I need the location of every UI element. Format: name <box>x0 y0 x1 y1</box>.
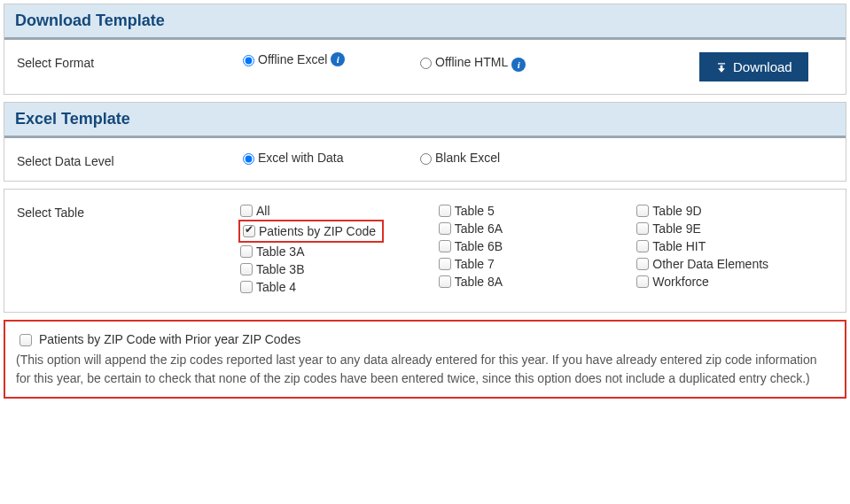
data-level-blank-excel-label: Blank Excel <box>435 151 500 165</box>
table-checkbox-item[interactable]: Workforce <box>635 273 833 291</box>
table-checkbox[interactable] <box>439 275 451 288</box>
table-checkbox[interactable] <box>243 225 255 237</box>
table-columns: AllPatients by ZIP CodeTable 3ATable 3BT… <box>238 202 833 296</box>
table-checkbox-item[interactable]: Table 6A <box>437 220 636 237</box>
table-checkbox-label: Table 3B <box>256 262 304 276</box>
table-checkbox-label: Table 4 <box>256 280 296 294</box>
table-checkbox[interactable] <box>636 205 649 217</box>
table-checkbox-item[interactable]: Table HIT <box>635 237 833 255</box>
table-checkbox[interactable] <box>439 222 451 235</box>
table-checkbox-item[interactable]: Table 3B <box>238 260 437 278</box>
table-checkbox[interactable] <box>240 245 253 258</box>
table-checkbox-item[interactable]: Other Data Elements <box>635 255 833 273</box>
table-checkbox-item[interactable]: Table 3A <box>238 243 437 260</box>
select-table-label: Select Table <box>17 202 238 220</box>
info-icon[interactable]: i <box>331 52 345 66</box>
table-checkbox-item[interactable]: Table 7 <box>437 255 636 273</box>
prior-year-notice: Patients by ZIP Code with Prior year ZIP… <box>4 320 846 399</box>
prior-year-checkbox[interactable] <box>19 334 32 346</box>
download-button-label: Download <box>733 59 792 74</box>
table-checkbox[interactable] <box>439 205 451 217</box>
table-checkbox[interactable] <box>636 222 649 235</box>
table-checkbox-label: Table 9E <box>652 221 700 236</box>
table-checkbox[interactable] <box>240 205 253 217</box>
download-icon <box>715 61 728 74</box>
table-checkbox-item[interactable]: Table 8A <box>437 273 636 291</box>
prior-year-checkbox-label: Patients by ZIP Code with Prior year ZIP… <box>39 330 300 349</box>
table-checkbox-label: Other Data Elements <box>652 257 768 271</box>
prior-year-note: (This option will append the zip codes r… <box>16 351 834 388</box>
format-offline-html[interactable]: Offline HTML i <box>416 52 540 72</box>
info-icon[interactable]: i <box>511 58 526 72</box>
table-checkbox-item[interactable]: All <box>238 202 437 220</box>
table-checkbox-item[interactable]: Patients by ZIP Code <box>241 222 379 240</box>
format-offline-html-radio[interactable] <box>420 58 432 69</box>
table-checkbox-label: Table 3A <box>256 244 304 259</box>
table-checkbox[interactable] <box>439 258 451 270</box>
table-checkbox-item[interactable]: Table 9D <box>635 202 833 220</box>
table-checkbox-item[interactable]: Table 5 <box>437 202 636 220</box>
format-offline-excel-label: Offline Excel <box>258 52 327 66</box>
table-checkbox-label: Table 6A <box>455 221 503 236</box>
data-level-excel-with-data-label: Excel with Data <box>258 151 343 165</box>
table-checkbox[interactable] <box>636 275 649 288</box>
table-checkbox[interactable] <box>439 240 451 252</box>
data-level-excel-with-data-radio[interactable] <box>243 153 254 165</box>
excel-template-header: Excel Template <box>4 103 846 138</box>
table-checkbox-label: Table 7 <box>455 257 495 271</box>
select-format-label: Select Format <box>17 52 238 70</box>
table-checkbox-item[interactable]: Table 6B <box>437 237 636 255</box>
table-col-2: Table 5Table 6ATable 6BTable 7Table 8A <box>437 202 636 296</box>
highlight-box: Patients by ZIP Code <box>238 220 384 243</box>
table-checkbox[interactable] <box>636 258 649 270</box>
table-checkbox-label: Table 9D <box>652 204 701 218</box>
table-checkbox[interactable] <box>636 240 649 252</box>
excel-template-panel: Excel Template Select Data Level Excel w… <box>4 102 846 182</box>
table-checkbox-label: Table HIT <box>652 239 706 253</box>
download-template-panel: Download Template Select Format Offline … <box>4 4 846 95</box>
select-data-level-label: Select Data Level <box>17 151 238 168</box>
table-checkbox[interactable] <box>240 263 253 275</box>
data-level-excel-with-data[interactable]: Excel with Data <box>238 151 363 165</box>
table-checkbox-item[interactable]: Table 9E <box>635 220 833 237</box>
format-offline-html-label: Offline HTML <box>435 55 508 69</box>
table-checkbox-label: Workforce <box>652 275 709 289</box>
table-checkbox-label: Table 8A <box>455 275 503 289</box>
format-offline-excel[interactable]: Offline Excel i <box>238 52 363 66</box>
select-table-panel: Select Table AllPatients by ZIP CodeTabl… <box>4 189 846 313</box>
table-checkbox-item[interactable]: Table 4 <box>238 278 437 296</box>
download-button[interactable]: Download <box>699 52 808 81</box>
data-level-blank-excel[interactable]: Blank Excel <box>416 151 540 165</box>
table-checkbox-label: Table 5 <box>455 204 495 218</box>
download-template-header: Download Template <box>4 4 846 40</box>
format-offline-excel-radio[interactable] <box>243 55 254 66</box>
table-checkbox-label: Table 6B <box>455 239 503 253</box>
table-checkbox-label: Patients by ZIP Code <box>259 224 376 238</box>
table-col-3: Table 9DTable 9ETable HITOther Data Elem… <box>635 202 833 296</box>
table-col-1: AllPatients by ZIP CodeTable 3ATable 3BT… <box>238 202 437 296</box>
table-checkbox-label: All <box>256 204 270 218</box>
table-checkbox[interactable] <box>240 281 253 293</box>
data-level-blank-excel-radio[interactable] <box>420 153 432 165</box>
